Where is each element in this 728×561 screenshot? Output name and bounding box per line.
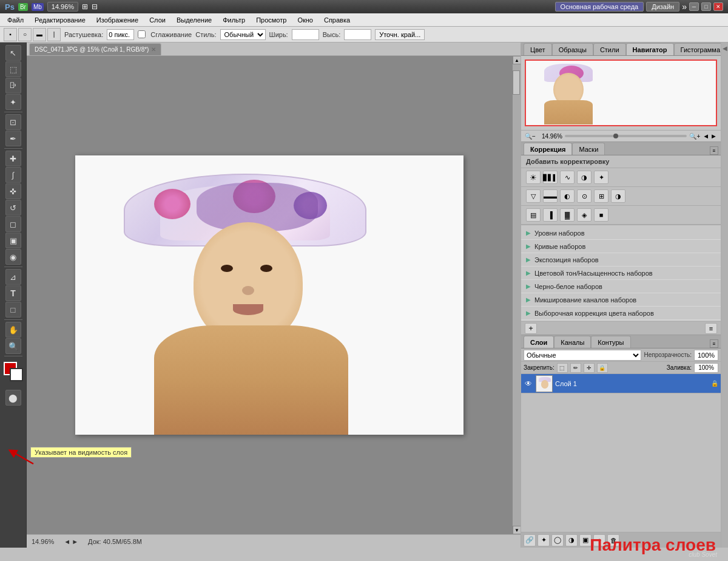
zoom-slider[interactable] [565, 135, 687, 137]
refine-edge-btn[interactable]: Уточн. край... [375, 29, 425, 40]
menu-image[interactable]: Изображение [92, 15, 143, 25]
vertical-scrollbar[interactable]: ▲ ▼ [512, 56, 521, 534]
right-edge-collapse-btn[interactable]: ◀ [721, 42, 728, 548]
layer-mode-select[interactable]: Обычные [524, 350, 641, 361]
photofilter-icon[interactable]: ⊙ [577, 189, 592, 203]
magic-wand-tool[interactable]: ✦ [5, 94, 21, 110]
hand-tool[interactable]: ✋ [5, 322, 21, 338]
vibrance-icon[interactable]: ✦ [594, 171, 608, 184]
width-input[interactable] [292, 29, 319, 40]
bw-icon[interactable]: ◐ [560, 189, 575, 203]
corr-item-bw[interactable]: ▶ Черно-белое наборов [521, 280, 721, 293]
gradient-tool[interactable]: ▣ [5, 233, 21, 248]
lasso-tool[interactable]: ꕒ [5, 78, 21, 93]
menu-layers[interactable]: Слои [144, 15, 170, 25]
threshold-icon[interactable]: ▐ [543, 208, 558, 222]
menu-window[interactable]: Окно [292, 15, 318, 25]
zoom-control[interactable]: 14.96% [47, 2, 78, 12]
correction-collapse-btn[interactable]: ≡ [710, 146, 718, 155]
opacity-input[interactable] [694, 350, 718, 361]
hue-icon[interactable]: ▽ [526, 189, 541, 203]
layers-collapse-btn[interactable]: ≡ [710, 339, 718, 348]
move-tool[interactable]: ↖ [5, 45, 21, 61]
corr-item-curves[interactable]: ▶ Кривые наборов [521, 240, 721, 253]
document-tab[interactable]: DSC_0471.JPG @ 15% (Слой 1, RGB/8*) ✕ [29, 43, 161, 55]
nav-arrow-right[interactable]: ► [710, 132, 717, 140]
curves-icon[interactable]: ∿ [560, 171, 575, 184]
selection-col-tool[interactable]: ▬ [33, 28, 46, 41]
nav-arrow-left[interactable]: ◄ [703, 132, 709, 140]
canvas-content[interactable] [27, 56, 512, 534]
antialias-checkbox[interactable] [138, 30, 146, 38]
background-color[interactable] [10, 368, 23, 381]
delete-layer-btn[interactable]: 🗑 [607, 534, 619, 546]
menu-edit[interactable]: Редактирование [30, 15, 90, 25]
quick-mask-tool[interactable]: ⬤ [5, 390, 21, 406]
layer-group-btn[interactable]: ▣ [579, 534, 592, 546]
workspace-design-btn[interactable]: Дизайн [646, 2, 679, 12]
selection-row-tool[interactable]: | [47, 28, 61, 41]
path-tool[interactable]: ⊿ [5, 269, 21, 285]
menu-file[interactable]: Файл [2, 15, 29, 25]
tab-masks[interactable]: Маски [572, 143, 605, 155]
colorbalance-icon[interactable]: ▬▬ [543, 189, 558, 203]
tab-correction[interactable]: Коррекция [524, 143, 572, 155]
layer-mask-btn[interactable]: ◯ [551, 534, 564, 546]
tab-samples[interactable]: Образцы [552, 43, 593, 55]
layer-name-1[interactable]: Слой 1 [555, 380, 709, 387]
selective-icon[interactable]: ◈ [577, 208, 592, 222]
scroll-down-btn[interactable]: ▼ [513, 526, 521, 534]
prev-btn[interactable]: ◄ [64, 538, 70, 545]
corr-item-channelmix[interactable]: ▶ Микширование каналов наборов [521, 293, 721, 307]
channelmix-icon[interactable]: ⊞ [594, 189, 608, 203]
corr-item-selective[interactable]: ▶ Выборочная коррекция цвета наборов [521, 307, 721, 320]
text-tool[interactable]: T [5, 285, 21, 301]
next-btn[interactable]: ► [72, 538, 78, 545]
selection-ellipse-tool[interactable]: ○ [18, 28, 32, 41]
blur-tool[interactable]: ◉ [5, 249, 21, 265]
view-icon[interactable]: ⊟ [92, 2, 98, 11]
fill-input[interactable] [694, 363, 718, 373]
expand-workspace-icon[interactable]: » [682, 2, 687, 12]
tab-contours[interactable]: Контуры [591, 336, 630, 348]
scroll-up-btn[interactable]: ▲ [513, 56, 521, 64]
arrange-icon[interactable]: ⊞ [82, 2, 88, 11]
crop-tool[interactable]: ⊡ [5, 114, 21, 130]
add-layer-icon[interactable]: + [525, 323, 537, 334]
selection-rect-tool[interactable]: ▪ [4, 28, 17, 41]
exposure-icon[interactable]: ◑ [577, 171, 592, 184]
stamp-tool[interactable]: ✜ [5, 183, 21, 199]
tab-channels[interactable]: Каналы [554, 336, 591, 348]
menu-filter[interactable]: Фильтр [218, 15, 250, 25]
layer-visibility-icon[interactable]: 👁 [524, 379, 533, 389]
gradient-map-icon[interactable]: ▓ [560, 208, 575, 222]
adjustment-layer-btn[interactable]: ◑ [565, 534, 578, 546]
scroll-thumb[interactable] [513, 70, 520, 95]
tab-navigator[interactable]: Навигатор [626, 43, 674, 55]
layer-row-1[interactable]: 👁 Слой 1 🔒 [521, 374, 721, 393]
menu-select[interactable]: Выделение [172, 15, 217, 25]
link-layers-btn[interactable]: 🔗 [524, 534, 536, 546]
brightness-icon[interactable]: ☀ [526, 171, 541, 184]
corr-item-levels[interactable]: ▶ Уровни наборов [521, 226, 721, 240]
layer-style-btn[interactable]: ✦ [538, 534, 550, 546]
corr-options-icon[interactable]: ≡ [705, 323, 717, 334]
selection-tool[interactable]: ⬚ [5, 61, 21, 77]
zoom-in-icon[interactable]: 🔍+ [689, 133, 700, 140]
lock-all-btn[interactable]: 🔒 [597, 363, 608, 373]
lock-transparent-btn[interactable]: ⬚ [557, 363, 568, 373]
status-nav[interactable]: ◄ ► [64, 538, 78, 545]
zoom-slider-handle[interactable] [613, 134, 618, 138]
tab-layers[interactable]: Слои [524, 336, 554, 348]
posterize-icon[interactable]: ▤ [526, 208, 541, 222]
new-layer-btn[interactable]: + [593, 534, 605, 546]
feather-input[interactable] [107, 29, 134, 40]
zoom-out-icon[interactable]: 🔍− [525, 133, 536, 140]
history-tool[interactable]: ↺ [5, 200, 21, 216]
brush-tool[interactable]: ∫ [5, 167, 21, 183]
maximize-btn[interactable]: □ [701, 2, 711, 11]
style-select[interactable]: Обычный [220, 29, 266, 40]
menu-help[interactable]: Справка [319, 15, 355, 25]
tab-histogram[interactable]: Гистограмма [674, 43, 727, 55]
height-input[interactable] [344, 29, 371, 40]
